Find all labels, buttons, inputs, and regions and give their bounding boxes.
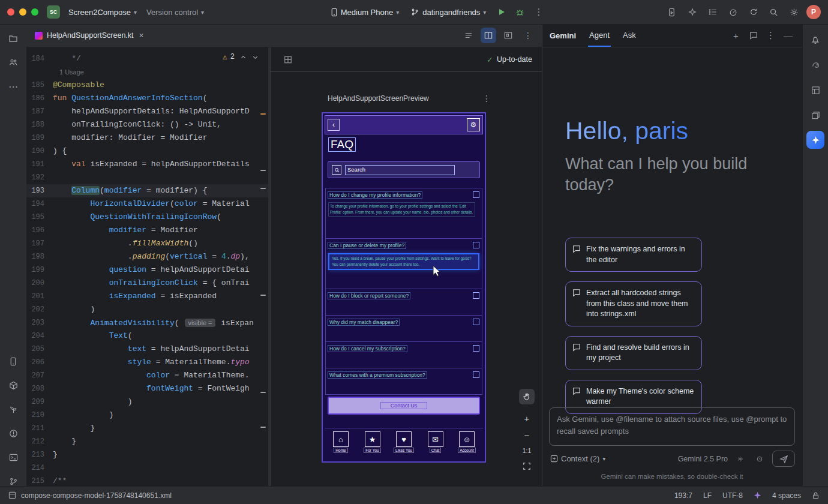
editor-options-kebab[interactable]: ⋮ [520,28,536,43]
code-line-198[interactable]: 198 .padding(vertical = 4.dp), [26,250,268,263]
running-devices-tool-button[interactable] [4,352,23,371]
code-line-194[interactable]: 194 HorizontalDivider(color = Material [26,197,268,211]
chat-history-button[interactable] [745,28,761,44]
more-tools-button[interactable]: ⋯ [4,77,23,96]
code-line-187[interactable]: 187 helpAndSupportDetails: HelpAndSuppor… [26,105,268,118]
scrollbar-change-mark[interactable] [260,427,266,428]
zoom-in-button[interactable]: + [519,410,535,426]
code-line-195[interactable]: 195 QuestionWithTrailingIconRow( [26,211,268,224]
fullscreen-window-button[interactable] [31,8,38,16]
debug-button[interactable] [512,4,528,20]
preview-canvas[interactable]: HelpAndSupportScreenPreview ⋮ ‹ ⚙ FAQ Se… [271,72,542,486]
context-selector[interactable]: Context (2) ▾ [549,453,607,464]
prompt-history-button[interactable] [753,452,766,466]
code-line-215[interactable]: 215/** [26,475,268,486]
vcs-selector[interactable]: Version control ▾ [142,5,209,19]
zoom-to-fit-button[interactable] [519,458,535,474]
settings-button[interactable] [786,4,802,20]
sync-button[interactable] [745,4,761,20]
preview-layout-button[interactable] [280,52,296,67]
tab-ask[interactable]: Ask [622,24,637,47]
gemini-suggestion-card[interactable]: Extract all hardcoded strings from this … [565,281,702,326]
faq-item[interactable]: How do I change my profile information?T… [326,188,482,238]
scrollbar-change-mark[interactable] [260,295,266,296]
code-line-211[interactable]: 211 } [26,422,268,435]
faq-item[interactable]: How do I block or report someone? [326,289,482,315]
settings-icon[interactable]: ⚙ [467,118,480,131]
code-line-204[interactable]: 204 Text( [26,329,268,343]
design-preview-phone[interactable]: ‹ ⚙ FAQ Search How do I change my profil… [322,112,486,463]
usage-inlay-hint[interactable]: 1 Usage [26,65,268,79]
pull-requests-tool-button[interactable] [4,53,23,72]
code-line-201[interactable]: 201 isExpanded = isExpanded [26,290,268,303]
zoom-ratio-button[interactable]: 1:1 [523,444,532,457]
nav-item-account[interactable]: ☺Account [452,431,482,461]
back-button[interactable]: ‹ [328,119,340,131]
problems-tool-button[interactable] [4,424,23,443]
pan-tool-button[interactable] [519,389,535,404]
branch-selector[interactable]: datingandfriends ▾ [406,5,491,19]
minimize-window-button[interactable] [19,8,26,16]
code-line-200[interactable]: 200 onTrailingIconClick = { onTrai [26,277,268,290]
expand-icon[interactable] [473,292,479,299]
hide-panel-button[interactable]: — [780,28,796,44]
preview-top-app-bar[interactable]: ‹ ⚙ [325,115,483,134]
faq-item[interactable]: What comes with a premium subscription? [326,368,482,395]
new-chat-button[interactable]: + [728,28,744,44]
more-run-actions-button[interactable]: ⋮ [530,4,547,20]
faq-item[interactable]: Why did my match disappear? [326,315,482,341]
inspections-widget[interactable]: ⚠ 2 [223,52,259,62]
resource-manager-button[interactable] [806,106,825,125]
run-button[interactable] [493,4,509,20]
split-view-button[interactable] [481,28,496,43]
code-line-193[interactable]: 193 Column(modifier = modifier) { [26,184,268,197]
code-line-213[interactable]: 213} [26,448,268,461]
code-line-212[interactable]: 212 } [26,435,268,448]
search-input[interactable]: Search [345,165,455,175]
code-line-190[interactable]: 190) { [26,145,268,158]
statusbar-file[interactable]: compose-compose-model-1758748140651.xml [8,491,172,500]
layout-inspector-button[interactable] [806,80,825,100]
code-line-202[interactable]: 202 ) [26,303,268,316]
code-line-203[interactable]: 203 AnimatedVisibility( visible = isExpa… [26,316,268,329]
close-tab-icon[interactable]: × [139,31,144,40]
indent-style[interactable]: 4 spaces [772,491,801,500]
code-line-207[interactable]: 207 color = MaterialTheme. [26,369,268,382]
code-line-208[interactable]: 208 fontWeight = FontWeigh [26,382,268,395]
expand-icon[interactable] [473,191,479,198]
project-selector[interactable]: Screen2Compose ▾ [64,5,142,19]
user-avatar[interactable]: P [806,5,821,19]
code-line-205[interactable]: 205 text = helpAndSupportDetai [26,343,268,356]
expand-icon[interactable] [473,345,479,352]
task-list-button[interactable] [704,4,721,20]
ai-spark-icon[interactable] [754,491,761,499]
preview-options-kebab[interactable]: ⋮ [482,94,491,103]
build-tool-button[interactable] [4,376,23,395]
app-insights-tool-button[interactable] [4,400,23,419]
close-window-button[interactable] [7,8,14,16]
tab-agent[interactable]: Agent [588,24,611,47]
gemini-settings-button[interactable] [734,452,747,466]
nav-item-chat[interactable]: ✉Chat [421,431,451,461]
gemini-options-kebab[interactable]: ⋮ [763,28,779,44]
code-line-199[interactable]: 199 question = helpAndSupportDetai [26,263,268,277]
scrollbar-change-mark[interactable] [260,392,266,393]
code-view-button[interactable] [461,28,476,43]
search-bar[interactable]: Search [328,161,480,178]
contact-us-button[interactable]: Contact Us [328,397,480,415]
expand-icon[interactable] [473,319,479,325]
nav-item-home[interactable]: ⌂Home [326,431,356,461]
line-separator[interactable]: LF [703,491,712,500]
code-line-191[interactable]: 191 val isExpanded = helpAndSupportDetai… [26,158,268,171]
next-warning-icon[interactable] [252,54,259,61]
ai-actions-button[interactable] [684,4,700,20]
gemini-suggestion-card[interactable]: Find and resolve build errors in my proj… [565,336,702,370]
gemini-suggestion-card[interactable]: Fix the warnings and errors in the edito… [565,238,702,272]
expand-icon[interactable] [473,242,479,248]
code-line-192[interactable]: 192 [26,171,268,184]
expand-icon[interactable] [473,371,479,378]
nav-item-for-you[interactable]: ★For You [358,431,388,461]
faq-title[interactable]: FAQ [328,137,356,152]
code-line-185[interactable]: 185@Composable [26,79,268,92]
code-line-206[interactable]: 206 style = MaterialTheme.typo [26,356,268,369]
